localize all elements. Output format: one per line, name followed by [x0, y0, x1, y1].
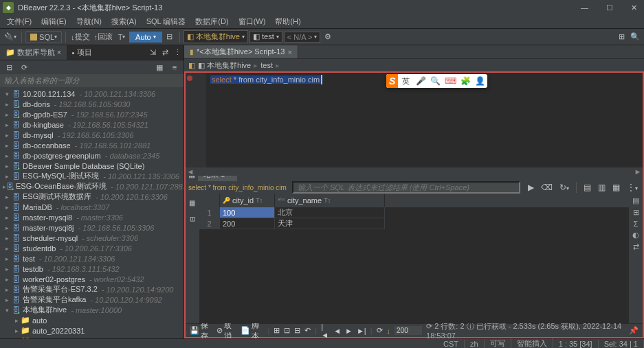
tree-node-worker02-postgres[interactable]: ▸🗄worker02-postgres- worker02:5432	[0, 274, 184, 284]
breadcrumb-db[interactable]: test	[260, 61, 273, 69]
breakpoint-icon[interactable]	[187, 76, 192, 81]
maximize-button[interactable]: ☐	[602, 3, 617, 12]
editor-tab-script13[interactable]: ▮*<本地集群hive> Script-13×	[184, 45, 298, 58]
cancel-button[interactable]: ⊘取消	[216, 321, 236, 341]
scroll-right-icon[interactable]: ►	[633, 167, 643, 176]
grid-view-tab[interactable]: ▦	[188, 196, 198, 209]
tree-node-MariaDB[interactable]: ▸🗄MariaDB- localhost:3307	[0, 202, 184, 212]
tree-node-ESG-MySQL-测试环境[interactable]: ▸🗄ESG-MySQL-测试环境- 10.200.121.135:3306	[0, 171, 184, 181]
tree-node-db-kingbase[interactable]: ▸🗄db-kingbase- 192.168.56.105:54321	[0, 119, 184, 130]
menu-文件(F)[interactable]: 文件(F)	[3, 15, 36, 28]
tree-node-db-mysql[interactable]: ▸🗄db-mysql- 192.168.56.105:3306	[0, 130, 184, 140]
minimize-button[interactable]: —	[577, 3, 592, 12]
calc-icon[interactable]: Σ	[634, 220, 639, 228]
panel-menu-icon[interactable]: ⋮▾	[625, 183, 640, 192]
tree-node-10.200.121.134[interactable]: ▾🗄10.200.121.134- 10.200.121.134:3306	[0, 89, 184, 99]
scroll-left-icon[interactable]: ◄	[186, 167, 195, 176]
panels-icon[interactable]: ▤	[632, 196, 639, 205]
sort-icon[interactable]: T↕	[324, 197, 331, 204]
last-page-icon[interactable]: ►|	[357, 327, 366, 335]
delete-row-icon[interactable]: ⊟	[294, 326, 300, 335]
clear-filter-icon[interactable]: ⌫	[539, 183, 555, 192]
tree-node-ESG-OceanBase-测试环境[interactable]: ▸🗄ESG-OceanBase-测试环境- 10.200.121.107:288…	[0, 181, 184, 192]
menu-数据库(D)[interactable]: 数据库(D)	[191, 15, 232, 28]
refresh-icon[interactable]: ⟳	[18, 61, 30, 73]
menu-窗口(W)[interactable]: 窗口(W)	[234, 15, 270, 28]
ime-search-icon[interactable]: 🔍	[428, 76, 443, 86]
revert-icon[interactable]: ↶	[304, 326, 311, 335]
auto-commit-combo[interactable]: Auto▾	[129, 32, 162, 43]
panel-toggle-icon[interactable]: ▤	[581, 183, 593, 192]
ime-toolbar[interactable]: S 英 🎤 🔍 ⌨ 🧩 👤	[386, 74, 487, 88]
history-icon[interactable]: ↻▾	[557, 183, 571, 192]
settings-icon[interactable]: ⚙	[322, 31, 334, 43]
panel3-icon[interactable]: ▦	[610, 183, 622, 192]
tree-node-scheduler-mysql[interactable]: ▸🗄scheduler-mysql- scheduler:3306	[0, 233, 184, 243]
tx-log-icon[interactable]: ⊟	[164, 31, 176, 43]
database-combo[interactable]: ◧ test▾	[249, 31, 282, 43]
results-grid[interactable]: 🔑city_idT↕ ᵃᵇᶜcity_nameT↕ 1 100 北京 2 200…	[199, 194, 629, 323]
tree-node-auto_20220331[interactable]: ▸📁auto_20220331	[0, 325, 184, 336]
col-header-city-name[interactable]: ᵃᵇᶜcity_nameT↕	[275, 194, 385, 207]
tab-projects[interactable]: ▪ 项目	[67, 45, 98, 60]
tree-node-db-postgres-greenplum[interactable]: ▸🗄db-postgres-greenplum- database:2345	[0, 150, 184, 161]
filter-toggle-icon[interactable]: ▦	[153, 61, 166, 73]
tree-node-db-gpdb-ES7[interactable]: ▸🗄db-gpdb-ES7- 192.168.56.107:2345	[0, 109, 184, 119]
first-page-icon[interactable]: |◄	[321, 323, 329, 339]
row-number[interactable]: 2	[199, 218, 220, 229]
next-page-icon[interactable]: ►	[345, 327, 353, 335]
close-tab-icon[interactable]: ×	[57, 49, 61, 56]
refresh-results-icon[interactable]: ⟳	[377, 326, 383, 335]
menu-编辑(E)[interactable]: 编辑(E)	[37, 15, 71, 28]
close-button[interactable]: ✕	[627, 3, 641, 12]
menu-SQL 编辑器[interactable]: SQL 编辑器	[142, 15, 190, 28]
sql-editor-button[interactable]: SQL▾	[25, 31, 62, 43]
tree-node-DBeaver Sample Database (SQLite)[interactable]: ▸🗄DBeaver Sample Database (SQLite)	[0, 161, 184, 171]
schema-combo[interactable]: < N/A >▾	[284, 32, 321, 43]
ime-voice-icon[interactable]: 🎤	[414, 76, 428, 86]
collapse-icon[interactable]: ⇲	[146, 47, 159, 59]
tab-db-navigator[interactable]: 📁 数据库导航 ×	[0, 45, 67, 60]
search-icon[interactable]: 🔍	[629, 31, 641, 43]
ime-user-icon[interactable]: 👤	[473, 76, 487, 86]
cell[interactable]: 100	[220, 207, 275, 218]
sort-icon[interactable]: T↕	[256, 197, 263, 204]
ime-tool-icon[interactable]: 🧩	[458, 76, 473, 86]
commit-button[interactable]: ↓ 提交	[69, 31, 91, 43]
tree-node-db-doris[interactable]: ▸🗄db-doris- 192.168.56.105:9030	[0, 99, 184, 109]
cell[interactable]: 北京	[275, 207, 385, 218]
pin-icon[interactable]: 📌	[629, 326, 639, 335]
menu-导航(N)[interactable]: 导航(N)	[72, 15, 106, 28]
link-icon[interactable]: ⇄	[159, 47, 171, 59]
rollback-button[interactable]: ↑ 回滚	[93, 31, 115, 43]
tree-node-db-oceanbase[interactable]: ▸🗄db-oceanbase- 192.168.56.101:2881	[0, 140, 184, 150]
menu-搜索(A)[interactable]: 搜索(A)	[107, 15, 141, 28]
max-rows-input[interactable]	[395, 326, 422, 335]
duplicate-row-icon[interactable]: ⊡	[284, 326, 290, 335]
tree-node-告警采集平台-ES7.3.2[interactable]: ▸🗄告警采集平台-ES7.3.2- 10.200.120.14:9200	[0, 284, 184, 294]
close-editor-tab-icon[interactable]: ×	[287, 48, 291, 56]
connection-combo[interactable]: ◧ 本地集群hive▾	[184, 30, 248, 43]
tree-node-studentdb[interactable]: ▸🗄studentdb- 10.200.26.177:3306	[0, 243, 184, 253]
tree-node-ESG测试环境数据库[interactable]: ▸🗄ESG测试环境数据库- 10.200.120.16:3306	[0, 192, 184, 202]
add-row-icon[interactable]: ⊞	[274, 326, 280, 335]
tree-node-testdb[interactable]: ▸🗄testdb- 192.168.3.111:5432	[0, 264, 184, 274]
value-icon[interactable]: ◐	[632, 231, 639, 240]
cell[interactable]: 天津	[275, 218, 385, 229]
menu-icon[interactable]: ⋮	[171, 47, 184, 59]
tree-node-auto[interactable]: ▸📁auto	[0, 315, 184, 325]
perspective-icon[interactable]: ⊞	[615, 31, 628, 43]
row-number[interactable]: 1	[199, 207, 220, 218]
apply-filter-icon[interactable]: ▶	[526, 183, 536, 192]
expand-all-icon[interactable]: ⊟	[3, 61, 15, 73]
cell[interactable]: 200	[220, 218, 275, 229]
grouping-icon[interactable]: ⊞	[633, 208, 639, 217]
ime-keyboard-icon[interactable]: ⌨	[443, 76, 458, 86]
tree-filter-input[interactable]: 输入表格名称的一部分	[0, 74, 184, 87]
menu-帮助(H)[interactable]: 帮助(H)	[271, 15, 304, 28]
col-header-city-id[interactable]: 🔑city_idT↕	[220, 194, 275, 207]
tree-node-test[interactable]: ▸🗄test- 10.200.121.134:3306	[0, 253, 184, 264]
tree-node-本地集群hive[interactable]: ▾🗄本地集群hive- master:10000	[0, 305, 184, 315]
script-button[interactable]: 📄脚本	[241, 321, 263, 341]
editor-gutter[interactable]	[186, 73, 206, 167]
